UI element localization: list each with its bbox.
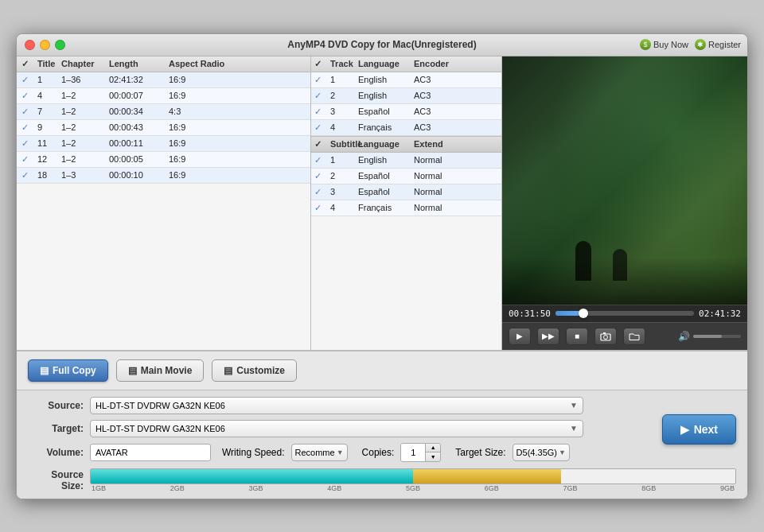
- row-chapter: 1–2: [60, 138, 107, 148]
- row-chapter: 1–2: [60, 107, 107, 116]
- subtitle-row[interactable]: ✓ 2 Español Normal: [311, 169, 501, 184]
- svg-point-1: [604, 335, 608, 339]
- track-row[interactable]: ✓ 2 English AC3: [311, 88, 501, 104]
- row-title: 1: [36, 75, 60, 84]
- target-size-dropdown[interactable]: D5(4.35G) ▼: [513, 444, 570, 461]
- row-title: 18: [36, 170, 60, 180]
- row-aspect: 4:3: [167, 107, 231, 116]
- subtitle-row[interactable]: ✓ 3 Español Normal: [311, 184, 501, 200]
- table-row[interactable]: ✓ 11 1–2 00:00:11 16:9: [17, 136, 310, 152]
- copies-arrows: ▲ ▼: [425, 444, 440, 461]
- tick-5gb: 5GB: [406, 484, 420, 492]
- table-row[interactable]: ✓ 7 1–2 00:00:34 4:3: [17, 104, 310, 120]
- copies-value: 1: [401, 444, 425, 461]
- length-col-header: Length: [107, 59, 167, 69]
- source-value: HL-DT-ST DVDRW GA32N KE06: [96, 401, 225, 410]
- screenshot-button[interactable]: [594, 328, 617, 345]
- track-row[interactable]: ✓ 4 Français AC3: [311, 120, 501, 136]
- table-row[interactable]: ✓ 1 1–36 02:41:32 16:9: [17, 72, 310, 88]
- tracks-header: ✓ Track Language Encoder: [311, 56, 501, 72]
- folder-icon: [629, 332, 640, 341]
- volume-input[interactable]: [90, 444, 211, 461]
- total-time: 02:41:32: [699, 309, 741, 319]
- writing-speed-arrow: ▼: [337, 449, 344, 456]
- copies-control[interactable]: 1 ▲ ▼: [400, 443, 441, 462]
- track-num: 2: [330, 91, 358, 100]
- table-row[interactable]: ✓ 4 1–2 00:00:07 16:9: [17, 88, 310, 104]
- writing-speed-label: Writing Speed:: [222, 447, 285, 458]
- volume-fill: [693, 335, 722, 338]
- content-area: ✓ Title Chapter Length Aspect Radio ✓ 1 …: [17, 56, 747, 499]
- row-aspect: 16:9: [167, 170, 231, 180]
- source-arrow: ▼: [570, 401, 578, 410]
- main-movie-button[interactable]: ▤ Main Movie: [116, 359, 205, 382]
- target-label: Target:: [28, 423, 84, 434]
- sub-col: Subtitle: [330, 139, 358, 150]
- copies-label: Copies:: [362, 447, 395, 458]
- subtitle-row[interactable]: ✓ 4 Français Normal: [311, 200, 501, 216]
- play-button[interactable]: ▶: [509, 328, 531, 345]
- subtitle-row[interactable]: ✓ 1 English Normal: [311, 153, 501, 169]
- next-button[interactable]: ▶ Next: [662, 414, 736, 445]
- track-enc: AC3: [414, 122, 470, 132]
- minimize-button[interactable]: [40, 40, 50, 50]
- current-time: 00:31:50: [509, 309, 551, 319]
- track-row[interactable]: ✓ 1 English AC3: [311, 72, 501, 88]
- target-size-value: D5(4.35G): [516, 448, 557, 457]
- target-row: Target: HL-DT-ST DVDRW GA32N KE06 ▼: [28, 420, 656, 437]
- track-check: ✓: [314, 122, 330, 133]
- sub-lang: English: [358, 155, 414, 165]
- stop-button[interactable]: ■: [566, 328, 588, 345]
- size-bar-ticks: 1GB 2GB 3GB 4GB 5GB 6GB 7GB 8GB 9GB: [90, 484, 736, 492]
- maximize-button[interactable]: [55, 40, 65, 50]
- progress-bar[interactable]: [555, 311, 694, 316]
- fast-forward-button[interactable]: ▶▶: [537, 328, 559, 345]
- target-size-label: Target Size:: [455, 447, 505, 458]
- row-title: 7: [36, 107, 60, 116]
- size-bar-cyan: [91, 469, 413, 483]
- chapter-col-header: Chapter: [60, 59, 107, 69]
- sub-lang: Français: [358, 203, 414, 212]
- tick-2gb: 2GB: [170, 484, 185, 492]
- tick-6gb: 6GB: [485, 484, 499, 492]
- writing-speed-dropdown[interactable]: Recomme ▼: [291, 444, 348, 461]
- track-row[interactable]: ✓ 3 Español AC3: [311, 104, 501, 120]
- tick-9gb: 9GB: [720, 484, 735, 492]
- sub-ext: Normal: [414, 203, 470, 212]
- row-check: ✓: [20, 138, 36, 149]
- track-enc: AC3: [414, 107, 470, 116]
- size-bar-yellow: [413, 469, 561, 483]
- source-dropdown[interactable]: HL-DT-ST DVDRW GA32N KE06 ▼: [90, 397, 583, 414]
- size-bar-wrapper: 1GB 2GB 3GB 4GB 5GB 6GB 7GB 8GB 9GB: [90, 468, 736, 492]
- table-row[interactable]: ✓ 18 1–3 00:00:10 16:9: [17, 168, 310, 184]
- svg-rect-2: [603, 332, 606, 334]
- copies-down[interactable]: ▼: [426, 452, 440, 461]
- target-dropdown[interactable]: HL-DT-ST DVDRW GA32N KE06 ▼: [90, 420, 583, 437]
- customize-button[interactable]: ▤ Customize: [212, 359, 297, 382]
- table-row[interactable]: ✓ 12 1–2 00:00:05 16:9: [17, 152, 310, 168]
- sub-num: 2: [330, 171, 358, 181]
- main-panels: ✓ Title Chapter Length Aspect Radio ✓ 1 …: [17, 56, 747, 351]
- track-lang: English: [358, 91, 414, 100]
- folder-button[interactable]: [623, 328, 645, 345]
- language-col: Language: [358, 59, 414, 69]
- volume-control[interactable]: 🔊: [678, 331, 741, 342]
- close-button[interactable]: [25, 40, 35, 50]
- tick-1gb: 1GB: [92, 484, 106, 492]
- tick-4gb: 4GB: [327, 484, 341, 492]
- buy-now-icon: $: [640, 39, 651, 50]
- buy-now-button[interactable]: $ Buy Now: [640, 39, 688, 50]
- track-num: 3: [330, 107, 358, 116]
- row-title: 4: [36, 91, 60, 100]
- copies-up[interactable]: ▲: [426, 444, 440, 452]
- full-copy-button[interactable]: ▤ Full Copy: [28, 359, 108, 382]
- sub-num: 1: [330, 155, 358, 165]
- row-length: 00:00:05: [107, 154, 167, 164]
- progress-thumb: [579, 309, 588, 318]
- target-size-arrow: ▼: [559, 449, 566, 456]
- sub-lang: Español: [358, 171, 414, 181]
- register-button[interactable]: ✱ Register: [695, 39, 741, 50]
- full-copy-icon: ▤: [40, 365, 49, 376]
- table-row[interactable]: ✓ 9 1–2 00:00:43 16:9: [17, 120, 310, 136]
- row-chapter: 1–3: [60, 170, 107, 180]
